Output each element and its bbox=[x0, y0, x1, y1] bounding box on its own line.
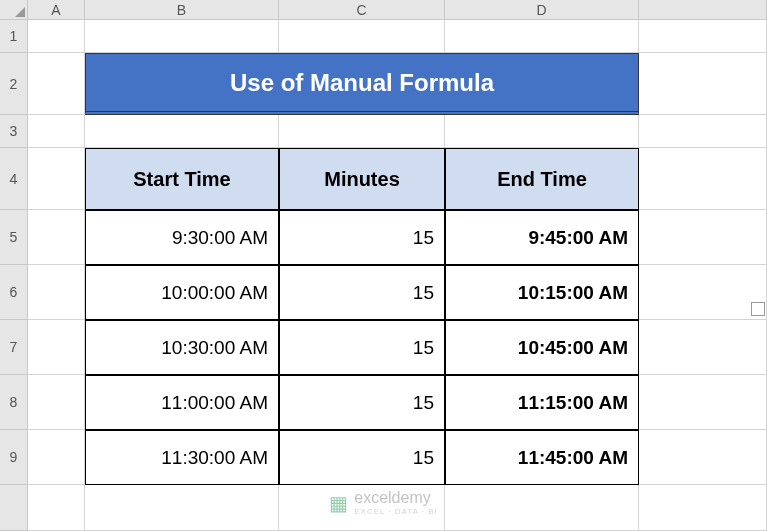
cell-e5[interactable] bbox=[639, 210, 767, 265]
cell-a5[interactable] bbox=[28, 210, 85, 265]
cell-minutes-1[interactable]: 15 bbox=[279, 265, 445, 320]
cell-b3[interactable] bbox=[85, 115, 279, 148]
row-header-9[interactable]: 9 bbox=[0, 430, 28, 485]
cell-e8[interactable] bbox=[639, 375, 767, 430]
row-header-7[interactable]: 7 bbox=[0, 320, 28, 375]
cell-e7[interactable] bbox=[639, 320, 767, 375]
cell-minutes-4[interactable]: 15 bbox=[279, 430, 445, 485]
select-all-corner[interactable] bbox=[0, 0, 28, 20]
cell-start-1[interactable]: 10:00:00 AM bbox=[85, 265, 279, 320]
spreadsheet-grid: A B C D 1 2 Use of Manual Formula 3 4 St… bbox=[0, 0, 767, 531]
row-header-2[interactable]: 2 bbox=[0, 53, 28, 115]
cell-e6[interactable] bbox=[639, 265, 767, 320]
cell-e3[interactable] bbox=[639, 115, 767, 148]
cell-e1[interactable] bbox=[639, 20, 767, 53]
cell-e4[interactable] bbox=[639, 148, 767, 210]
watermark: ▦ exceldemy EXCEL · DATA · BI bbox=[329, 489, 438, 516]
excel-icon: ▦ bbox=[329, 491, 348, 515]
row-header-6[interactable]: 6 bbox=[0, 265, 28, 320]
cell-a6[interactable] bbox=[28, 265, 85, 320]
col-header-end bbox=[639, 0, 767, 20]
cell-e9[interactable] bbox=[639, 430, 767, 485]
row-header-3[interactable]: 3 bbox=[0, 115, 28, 148]
cell-end-2[interactable]: 10:45:00 AM bbox=[445, 320, 639, 375]
cell-end-b[interactable] bbox=[85, 485, 279, 531]
cell-c3[interactable] bbox=[279, 115, 445, 148]
cell-end-a[interactable] bbox=[28, 485, 85, 531]
cell-start-3[interactable]: 11:00:00 AM bbox=[85, 375, 279, 430]
cell-b1[interactable] bbox=[85, 20, 279, 53]
watermark-sub: EXCEL · DATA · BI bbox=[354, 507, 438, 516]
cell-a1[interactable] bbox=[28, 20, 85, 53]
col-header-b[interactable]: B bbox=[85, 0, 279, 20]
cell-a3[interactable] bbox=[28, 115, 85, 148]
col-header-d[interactable]: D bbox=[445, 0, 639, 20]
cell-start-2[interactable]: 10:30:00 AM bbox=[85, 320, 279, 375]
watermark-text: exceldemy bbox=[354, 489, 438, 507]
cell-d3[interactable] bbox=[445, 115, 639, 148]
cell-start-0[interactable]: 9:30:00 AM bbox=[85, 210, 279, 265]
row-header-4[interactable]: 4 bbox=[0, 148, 28, 210]
cell-a7[interactable] bbox=[28, 320, 85, 375]
col-header-c[interactable]: C bbox=[279, 0, 445, 20]
cell-end-e[interactable] bbox=[639, 485, 767, 531]
fill-handle-icon[interactable] bbox=[751, 302, 765, 316]
row-header-8[interactable]: 8 bbox=[0, 375, 28, 430]
cell-a8[interactable] bbox=[28, 375, 85, 430]
row-header-5[interactable]: 5 bbox=[0, 210, 28, 265]
cell-d1[interactable] bbox=[445, 20, 639, 53]
cell-end-1[interactable]: 10:15:00 AM bbox=[445, 265, 639, 320]
header-start-time[interactable]: Start Time bbox=[85, 148, 279, 210]
row-header-1[interactable]: 1 bbox=[0, 20, 28, 53]
cell-start-4[interactable]: 11:30:00 AM bbox=[85, 430, 279, 485]
cell-minutes-0[interactable]: 15 bbox=[279, 210, 445, 265]
cell-end-4[interactable]: 11:45:00 AM bbox=[445, 430, 639, 485]
col-header-a[interactable]: A bbox=[28, 0, 85, 20]
cell-a9[interactable] bbox=[28, 430, 85, 485]
header-end-time[interactable]: End Time bbox=[445, 148, 639, 210]
cell-a4[interactable] bbox=[28, 148, 85, 210]
title-banner[interactable]: Use of Manual Formula bbox=[85, 53, 639, 115]
row-header-end bbox=[0, 485, 28, 531]
cell-minutes-2[interactable]: 15 bbox=[279, 320, 445, 375]
header-minutes[interactable]: Minutes bbox=[279, 148, 445, 210]
cell-c1[interactable] bbox=[279, 20, 445, 53]
cell-end-0[interactable]: 9:45:00 AM bbox=[445, 210, 639, 265]
cell-e2[interactable] bbox=[639, 53, 767, 115]
cell-minutes-3[interactable]: 15 bbox=[279, 375, 445, 430]
cell-end-d[interactable] bbox=[445, 485, 639, 531]
cell-end-3[interactable]: 11:15:00 AM bbox=[445, 375, 639, 430]
cell-a2[interactable] bbox=[28, 53, 85, 115]
